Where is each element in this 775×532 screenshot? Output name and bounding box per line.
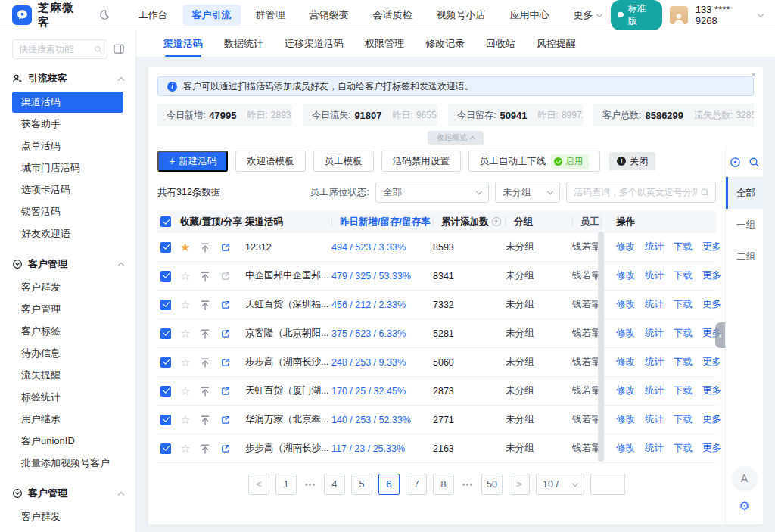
sidebar-item-2-1[interactable]: 客户群发 bbox=[12, 277, 123, 298]
sidebar-item-2-3[interactable]: 客户标签 bbox=[12, 321, 123, 342]
share-icon[interactable] bbox=[220, 271, 231, 282]
cell-stats[interactable]: 479 / 325 / 53.33% bbox=[331, 271, 433, 282]
pin-top-icon[interactable] bbox=[200, 328, 210, 339]
share-icon[interactable] bbox=[220, 328, 231, 339]
share-icon[interactable] bbox=[220, 415, 231, 425]
action-link-1[interactable]: 修改 bbox=[616, 413, 635, 426]
page-button-8[interactable]: 8 bbox=[433, 474, 454, 495]
action-link-3[interactable]: 下载 bbox=[674, 327, 693, 340]
action-link-2[interactable]: 统计 bbox=[645, 241, 664, 254]
cell-stats[interactable]: 494 / 523 / 3.33% bbox=[331, 242, 433, 253]
action-link-4[interactable]: 更多 bbox=[702, 442, 721, 455]
gear-icon[interactable]: ⚙ bbox=[739, 500, 749, 512]
cell-stats[interactable]: 117 / 23 / 25.33% bbox=[331, 443, 433, 454]
row-checkbox[interactable] bbox=[160, 415, 171, 425]
action-link-1[interactable]: 修改 bbox=[616, 384, 635, 397]
share-icon[interactable] bbox=[220, 242, 231, 253]
panel-collapse-handle[interactable]: ‹ bbox=[715, 322, 725, 348]
cell-stats[interactable]: 248 / 253 / 9.33% bbox=[331, 357, 433, 368]
page-jump-input[interactable] bbox=[590, 474, 625, 495]
row-checkbox[interactable] bbox=[160, 386, 171, 397]
brand-logo[interactable] bbox=[12, 5, 32, 25]
action-link-4[interactable]: 更多 bbox=[702, 413, 721, 426]
pin-top-icon[interactable] bbox=[200, 300, 210, 310]
page-button-7[interactable]: 7 bbox=[406, 474, 427, 495]
star-icon[interactable]: ☆ bbox=[180, 328, 190, 339]
action-link-3[interactable]: 下载 bbox=[674, 241, 693, 254]
account-phone[interactable]: 133 **** 9268 bbox=[696, 4, 763, 26]
action-link-4[interactable]: 更多 bbox=[702, 356, 721, 369]
page-button-4[interactable]: 4 bbox=[324, 474, 345, 495]
pin-top-icon[interactable] bbox=[200, 357, 210, 368]
action-link-3[interactable]: 下载 bbox=[674, 356, 693, 369]
tab-4[interactable]: 权限管理 bbox=[365, 30, 404, 57]
nav-item-4[interactable]: 营销裂变 bbox=[300, 5, 358, 26]
nav-item-2[interactable]: 客户引流 bbox=[183, 5, 241, 26]
moon-icon[interactable] bbox=[98, 9, 110, 20]
nav-item-3[interactable]: 群管理 bbox=[247, 5, 294, 26]
nav-item-1[interactable]: 工作台 bbox=[129, 5, 177, 26]
action-link-1[interactable]: 修改 bbox=[616, 269, 635, 282]
sidebar-item-1-4[interactable]: 城市门店活码 bbox=[12, 157, 123, 179]
row-checkbox[interactable] bbox=[160, 271, 171, 282]
sidebar-item-1-3[interactable]: 点单活码 bbox=[12, 135, 123, 157]
action-link-4[interactable]: 更多 bbox=[702, 241, 721, 254]
share-icon[interactable] bbox=[220, 386, 231, 397]
page-button-5[interactable]: 5 bbox=[351, 474, 372, 495]
sidebar-item-3-2[interactable]: 客户管理 bbox=[12, 528, 123, 532]
action-link-1[interactable]: 修改 bbox=[616, 442, 635, 455]
cell-stats[interactable]: 375 / 523 / 6.33% bbox=[331, 328, 433, 339]
sidebar-item-1-5[interactable]: 选项卡活码 bbox=[12, 179, 123, 201]
action-link-1[interactable]: 修改 bbox=[616, 327, 635, 340]
row-checkbox[interactable] bbox=[160, 328, 171, 339]
tab-7[interactable]: 风控提醒 bbox=[537, 30, 576, 57]
pin-top-icon[interactable] bbox=[200, 271, 210, 282]
sidebar-item-2-2[interactable]: 客户管理 bbox=[12, 299, 123, 320]
sidebar-search-input[interactable] bbox=[19, 44, 91, 54]
action-link-3[interactable]: 下载 bbox=[674, 442, 693, 455]
action-link-4[interactable]: 更多 bbox=[702, 298, 721, 311]
help-icon[interactable]: ? bbox=[492, 217, 501, 226]
pin-top-icon[interactable] bbox=[200, 415, 210, 425]
plan-badge[interactable]: 标准版 bbox=[611, 0, 663, 30]
action-link-2[interactable]: 统计 bbox=[645, 356, 664, 369]
select-all-checkbox[interactable] bbox=[160, 216, 171, 227]
page-button-1[interactable]: 1 bbox=[275, 474, 297, 495]
sidebar-item-2-7[interactable]: 用户继承 bbox=[12, 409, 123, 430]
tab-2[interactable]: 数据统计 bbox=[224, 30, 263, 57]
close-chip[interactable]: ! 关闭 bbox=[609, 152, 655, 170]
page-button-6[interactable]: 6 bbox=[378, 474, 400, 495]
tab-1[interactable]: 渠道活码 bbox=[163, 30, 203, 57]
action-link-3[interactable]: 下载 bbox=[674, 298, 693, 311]
row-checkbox[interactable] bbox=[160, 357, 171, 368]
new-code-button[interactable]: + 新建活码 bbox=[157, 151, 228, 172]
search-icon[interactable] bbox=[749, 157, 760, 168]
welcome-template-button[interactable]: 欢迎语模板 bbox=[235, 151, 306, 172]
action-link-2[interactable]: 统计 bbox=[645, 413, 664, 426]
staff-template-button[interactable]: 员工模板 bbox=[313, 151, 374, 172]
nav-item-5[interactable]: 会话质检 bbox=[364, 5, 422, 26]
star-icon[interactable]: ☆ bbox=[180, 414, 190, 425]
star-icon[interactable]: ★ bbox=[180, 241, 190, 253]
action-link-3[interactable]: 下载 bbox=[674, 413, 693, 426]
star-icon[interactable]: ☆ bbox=[180, 356, 190, 368]
action-link-1[interactable]: 修改 bbox=[616, 298, 635, 311]
sidebar-item-1-2[interactable]: 获客助手 bbox=[12, 114, 123, 135]
code-disable-settings-button[interactable]: 活码禁用设置 bbox=[381, 151, 461, 172]
sidebar-search[interactable] bbox=[12, 39, 107, 59]
pin-top-icon[interactable] bbox=[200, 386, 210, 397]
star-icon[interactable]: ☆ bbox=[180, 385, 190, 397]
code-search-input[interactable] bbox=[574, 187, 697, 198]
collapse-overview-button[interactable]: 收起概览 bbox=[428, 131, 484, 145]
action-link-4[interactable]: 更多 bbox=[702, 384, 721, 397]
sidebar-item-2-4[interactable]: 待办信息 bbox=[12, 343, 123, 364]
tab-5[interactable]: 修改记录 bbox=[425, 30, 465, 57]
action-link-2[interactable]: 统计 bbox=[645, 269, 664, 282]
row-checkbox[interactable] bbox=[160, 300, 171, 310]
table-scrollbar[interactable] bbox=[598, 232, 604, 462]
sidebar-section-header-3[interactable]: 客户管理 bbox=[0, 481, 135, 506]
nav-item-7[interactable]: 应用中心 bbox=[501, 5, 559, 26]
action-link-1[interactable]: 修改 bbox=[616, 241, 635, 254]
sidebar-item-2-6[interactable]: 标签统计 bbox=[12, 387, 123, 408]
auto-online-button[interactable]: 员工自动上下线 启用 bbox=[468, 151, 601, 172]
